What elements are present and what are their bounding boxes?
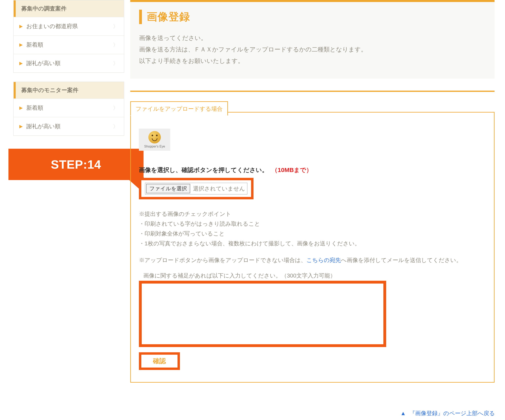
file-select-button[interactable]: ファイルを選択 <box>146 184 190 193</box>
thumbnail-caption: Shopper's Eye <box>144 145 165 148</box>
thumbnail-preview: Shopper's Eye <box>139 129 170 151</box>
note-line: ・印刷対象全体が写っていること <box>139 229 486 238</box>
sidebar-header-surveys: 募集中の調査案件 <box>14 0 124 17</box>
sidebar-header-monitors: 募集中のモニター案件 <box>14 82 124 99</box>
sidebar-item-label: お住まいの都道府県 <box>26 23 113 30</box>
title-accent-icon <box>139 10 142 24</box>
header-accent-bar <box>130 0 495 2</box>
sidebar-item-reward[interactable]: ▶ 謝礼が高い順 〉 <box>14 54 124 72</box>
tab-upload[interactable]: ファイルをアップロードする場合 <box>130 101 228 116</box>
sidebar-item-newest[interactable]: ▶ 新着順 〉 <box>14 35 124 54</box>
header-block: 画像登録 画像を送ってください。 画像を送る方法は、ＦＡＸかファイルをアップロー… <box>130 2 495 79</box>
supplement-highlight <box>139 281 386 347</box>
note-suffix: へ画像を添付してメールを送信してください。 <box>341 257 462 263</box>
upload-instruction: 画像を選択し、確認ボタンを押してください。 （10MBまで） <box>139 166 486 174</box>
sidebar-item-prefecture[interactable]: ▶ お住まいの都道府県 〉 <box>14 17 124 35</box>
main-content: 画像登録 画像を送ってください。 画像を送る方法は、ＦＡＸかファイルをアップロー… <box>130 0 495 383</box>
back-to-top-link[interactable]: ▲ 『画像登録』のページ上部へ戻る <box>400 410 495 417</box>
sidebar-item-label: 新着順 <box>26 104 113 112</box>
triangle-up-icon: ▲ <box>400 410 406 416</box>
note-line: ※提出する画像のチェックポイント <box>139 209 486 219</box>
sidebar-group-monitors: 募集中のモニター案件 ▶ 新着順 〉 ▶ 謝礼が高い順 〉 <box>13 81 124 136</box>
sidebar-item-monitor-reward[interactable]: ▶ 謝礼が高い順 〉 <box>14 117 124 135</box>
note-line: ・1枚の写真でおさまらない場合、複数枚にわけて撮影して、画像をお送りください。 <box>139 238 486 248</box>
chevron-right-icon: 〉 <box>113 23 118 30</box>
header-description: 画像を送ってください。 画像を送る方法は、ＦＡＸかファイルをアップロードするかの… <box>139 32 486 67</box>
file-select-highlight: ファイルを選択 選択されていません <box>139 178 253 199</box>
sidebar-item-monitor-newest[interactable]: ▶ 新着順 〉 <box>14 99 124 117</box>
sidebar: 募集中の調査案件 ▶ お住まいの都道府県 〉 ▶ 新着順 〉 ▶ 謝礼が高い順 … <box>13 0 124 145</box>
chevron-right-icon: 〉 <box>113 60 118 67</box>
confirm-button[interactable]: 確認 <box>153 357 166 364</box>
sidebar-item-label: 新着順 <box>26 41 113 49</box>
step-callout-label: STEP:14 <box>8 149 144 180</box>
upload-notes: ※提出する画像のチェックポイント ・印刷されている字がはっきり読み取れること ・… <box>139 209 486 248</box>
step-callout: STEP:14 <box>8 149 144 180</box>
smiley-icon <box>148 131 161 144</box>
sidebar-item-label: 謝礼が高い順 <box>26 59 113 67</box>
sidebar-item-label: 謝礼が高い順 <box>26 123 113 130</box>
file-input-wrapper: ファイルを選択 選択されていません <box>145 183 247 194</box>
chevron-right-icon: 〉 <box>113 105 118 112</box>
header-line-3: 以下より手続きをお願いいたします。 <box>139 55 486 67</box>
header-line-1: 画像を送ってください。 <box>139 32 486 44</box>
page-title-wrap: 画像登録 <box>139 10 486 24</box>
header-line-2: 画像を送る方法は、ＦＡＸかファイルをアップロードするかの二種類となります。 <box>139 44 486 55</box>
confirm-highlight: 確認 <box>139 352 180 370</box>
bullet-icon: ▶ <box>19 24 23 29</box>
back-to-top-label: 『画像登録』のページ上部へ戻る <box>410 410 495 416</box>
chevron-right-icon: 〉 <box>113 123 118 130</box>
upload-fallback-note: ※アップロードボタンから画像をアップロードできない場合は、こちらの宛先へ画像を添… <box>139 255 486 265</box>
sidebar-group-surveys: 募集中の調査案件 ▶ お住まいの都道府県 〉 ▶ 新着順 〉 ▶ 謝礼が高い順 … <box>13 0 124 73</box>
instruction-main: 画像を選択し、確認ボタンを押してください。 <box>139 167 268 173</box>
file-select-status: 選択されていません <box>193 185 245 193</box>
chevron-right-icon: 〉 <box>113 41 118 48</box>
section-divider <box>130 91 495 92</box>
note-prefix: ※アップロードボタンから画像をアップロードできない場合は、 <box>139 257 306 263</box>
instruction-limit: （10MBまで） <box>271 167 312 173</box>
note-line: ・印刷されている字がはっきり読み取れること <box>139 219 486 229</box>
page-title: 画像登録 <box>147 10 190 24</box>
bullet-icon: ▶ <box>19 42 23 47</box>
bullet-icon: ▶ <box>19 105 23 111</box>
mailto-link[interactable]: こちらの宛先 <box>306 257 341 263</box>
bullet-icon: ▶ <box>19 61 23 66</box>
supplement-textarea[interactable] <box>142 283 383 344</box>
supplement-label: 画像に関する補足があれば以下に入力してください。（300文字入力可能） <box>143 272 486 280</box>
bullet-icon: ▶ <box>19 124 23 129</box>
upload-panel: ファイルをアップロードする場合 Shopper's Eye 画像を選択し、確認ボ… <box>130 112 495 383</box>
